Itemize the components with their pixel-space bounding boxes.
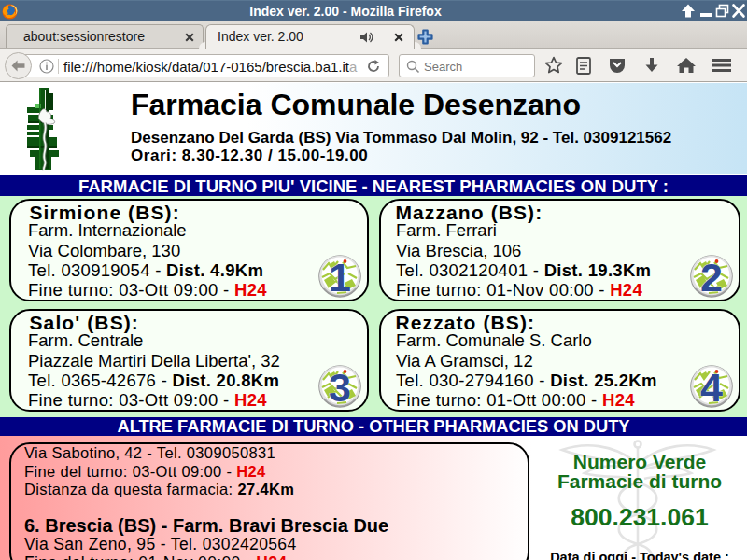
svg-text:2: 2 [700,255,723,298]
svg-text:3: 3 [329,365,351,408]
svg-text:1: 1 [329,255,351,298]
svg-text:4: 4 [700,365,723,408]
